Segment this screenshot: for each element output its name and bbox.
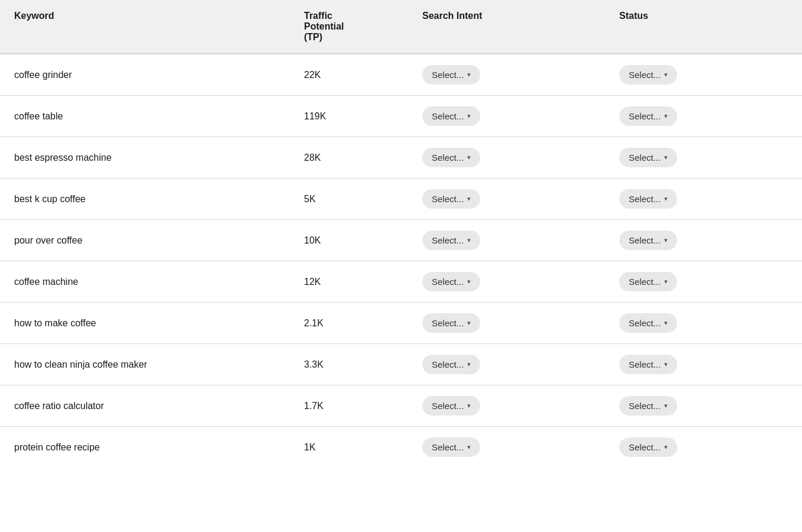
table-row: coffee grinder22KSelect...▾Select...▾ [0,54,802,96]
cell-keyword: coffee ratio calculator [0,385,290,427]
cell-intent: Select...▾ [408,96,605,137]
cell-intent: Select...▾ [408,54,605,96]
status-select[interactable]: Select...▾ [619,313,677,333]
chevron-down-icon: ▾ [467,361,471,368]
chevron-down-icon: ▾ [467,319,471,327]
cell-intent: Select...▾ [408,137,605,179]
col-header-intent: Search Intent [408,0,605,54]
select-label: Select... [432,442,464,452]
search-intent-select[interactable]: Select...▾ [422,272,480,291]
table-wrapper: Keyword TrafficPotential(TP) Search Inte… [0,0,802,532]
chevron-down-icon: ▾ [467,443,471,451]
cell-status: Select...▾ [605,220,802,261]
select-label: Select... [432,153,464,163]
cell-tp: 1K [290,427,408,468]
cell-keyword: coffee grinder [0,54,290,96]
chevron-down-icon: ▾ [467,112,471,120]
search-intent-select[interactable]: Select...▾ [422,437,480,457]
status-select[interactable]: Select...▾ [619,148,677,167]
cell-keyword: how to make coffee [0,303,290,344]
table-row: how to clean ninja coffee maker3.3KSelec… [0,344,802,385]
status-select[interactable]: Select...▾ [619,65,677,85]
chevron-down-icon: ▾ [467,195,471,203]
select-label: Select... [629,359,661,369]
chevron-down-icon: ▾ [664,278,668,286]
cell-tp: 119K [290,96,408,137]
select-label: Select... [629,401,661,411]
table-row: protein coffee recipe1KSelect...▾Select.… [0,427,802,468]
status-select[interactable]: Select...▾ [619,231,677,250]
select-label: Select... [629,318,661,328]
search-intent-select[interactable]: Select...▾ [422,231,480,250]
select-label: Select... [432,318,464,328]
table-row: coffee machine12KSelect...▾Select...▾ [0,261,802,303]
cell-keyword: best k cup coffee [0,179,290,220]
select-label: Select... [629,277,661,287]
table-row: best espresso machine28KSelect...▾Select… [0,137,802,179]
cell-status: Select...▾ [605,137,802,179]
select-label: Select... [629,70,661,80]
keyword-table: Keyword TrafficPotential(TP) Search Inte… [0,0,802,468]
select-label: Select... [432,235,464,245]
select-label: Select... [432,70,464,80]
status-select[interactable]: Select...▾ [619,189,677,209]
chevron-down-icon: ▾ [467,71,471,79]
cell-keyword: protein coffee recipe [0,427,290,468]
cell-keyword: best espresso machine [0,137,290,179]
search-intent-select[interactable]: Select...▾ [422,65,480,85]
cell-intent: Select...▾ [408,344,605,385]
chevron-down-icon: ▾ [664,402,668,410]
chevron-down-icon: ▾ [664,361,668,368]
select-label: Select... [629,111,661,121]
search-intent-select[interactable]: Select...▾ [422,148,480,167]
cell-keyword: coffee table [0,96,290,137]
table-row: best k cup coffee5KSelect...▾Select...▾ [0,179,802,220]
cell-tp: 12K [290,261,408,303]
cell-intent: Select...▾ [408,220,605,261]
col-header-tp: TrafficPotential(TP) [290,0,408,54]
cell-tp: 1.7K [290,385,408,427]
status-select[interactable]: Select...▾ [619,437,677,457]
status-select[interactable]: Select...▾ [619,272,677,291]
search-intent-select[interactable]: Select...▾ [422,313,480,333]
chevron-down-icon: ▾ [664,319,668,327]
cell-status: Select...▾ [605,261,802,303]
chevron-down-icon: ▾ [664,71,668,79]
search-intent-select[interactable]: Select...▾ [422,189,480,209]
cell-status: Select...▾ [605,96,802,137]
select-label: Select... [629,442,661,452]
chevron-down-icon: ▾ [664,154,668,161]
cell-keyword: pour over coffee [0,220,290,261]
status-select[interactable]: Select...▾ [619,355,677,374]
cell-status: Select...▾ [605,179,802,220]
chevron-down-icon: ▾ [467,236,471,244]
search-intent-select[interactable]: Select...▾ [422,106,480,126]
cell-intent: Select...▾ [408,179,605,220]
cell-status: Select...▾ [605,303,802,344]
table-row: how to make coffee2.1KSelect...▾Select..… [0,303,802,344]
cell-status: Select...▾ [605,344,802,385]
select-label: Select... [629,194,661,204]
chevron-down-icon: ▾ [664,236,668,244]
table-row: coffee ratio calculator1.7KSelect...▾Sel… [0,385,802,427]
search-intent-select[interactable]: Select...▾ [422,396,480,416]
cell-intent: Select...▾ [408,303,605,344]
cell-keyword: coffee machine [0,261,290,303]
select-label: Select... [432,277,464,287]
table-row: coffee table119KSelect...▾Select...▾ [0,96,802,137]
chevron-down-icon: ▾ [467,278,471,286]
chevron-down-icon: ▾ [664,112,668,120]
select-label: Select... [432,401,464,411]
chevron-down-icon: ▾ [467,402,471,410]
cell-tp: 3.3K [290,344,408,385]
cell-tp: 28K [290,137,408,179]
cell-status: Select...▾ [605,54,802,96]
status-select[interactable]: Select...▾ [619,106,677,126]
chevron-down-icon: ▾ [664,195,668,203]
cell-intent: Select...▾ [408,385,605,427]
cell-intent: Select...▾ [408,427,605,468]
search-intent-select[interactable]: Select...▾ [422,355,480,374]
cell-intent: Select...▾ [408,261,605,303]
status-select[interactable]: Select...▾ [619,396,677,416]
cell-tp: 10K [290,220,408,261]
